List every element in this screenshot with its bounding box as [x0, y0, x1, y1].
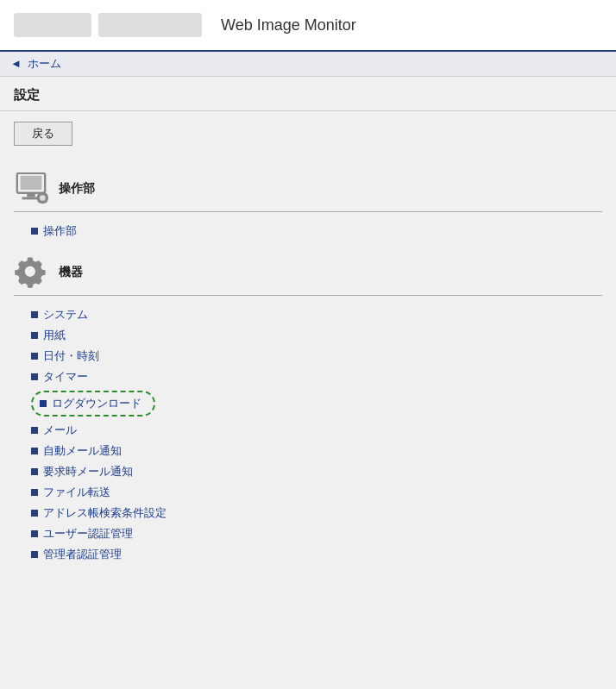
menu-item: ファイル転送: [31, 482, 602, 503]
list-item: メール: [31, 420, 602, 441]
menu-list-device: システム 用紙 日付・時刻 タイマー: [14, 304, 602, 565]
section-header-device: 機器: [14, 255, 602, 296]
menu-link[interactable]: タイマー: [43, 369, 88, 385]
page-title-area: 設定: [0, 77, 616, 111]
menu-bullet: [31, 448, 38, 454]
list-item: 自動メール通知: [31, 441, 602, 461]
menu-link[interactable]: 操作部: [43, 223, 77, 239]
section-device: 機器 システム 用紙 日付・時刻: [14, 255, 602, 565]
breadcrumb-arrow: ◄: [10, 57, 22, 70]
menu-bullet: [31, 468, 38, 475]
menu-item: 操作部: [31, 221, 602, 241]
menu-link[interactable]: ユーザー認証管理: [43, 526, 133, 542]
section-title-device: 機器: [59, 265, 83, 280]
menu-link[interactable]: ファイル転送: [43, 485, 110, 500]
menu-bullet: [40, 400, 47, 407]
section-title-panel: 操作部: [59, 181, 95, 197]
svg-rect-7: [41, 201, 43, 204]
menu-bullet: [31, 489, 38, 496]
menu-link[interactable]: 要求時メール通知: [43, 464, 133, 479]
list-item: 用紙: [31, 325, 602, 346]
list-item: ユーザー認証管理: [31, 523, 602, 544]
menu-item: ユーザー認証管理: [31, 523, 602, 544]
panel-icon: [14, 172, 48, 206]
back-button[interactable]: 戻る: [14, 122, 72, 146]
menu-item: アドレス帳検索条件設定: [31, 503, 602, 523]
device-icon: [14, 255, 48, 290]
menu-item: 要求時メール通知: [31, 461, 602, 482]
page-title: 設定: [14, 87, 602, 103]
menu-bullet: [31, 427, 38, 434]
menu-bullet: [31, 228, 38, 235]
menu-link[interactable]: 自動メール通知: [43, 443, 122, 459]
logo-block-2: [98, 13, 202, 37]
menu-bullet: [31, 353, 38, 360]
logo-area: [14, 13, 202, 37]
menu-bullet: [31, 373, 38, 380]
svg-rect-1: [21, 176, 42, 190]
menu-bullet: [31, 551, 38, 558]
menu-bullet: [31, 510, 38, 517]
menu-link[interactable]: アドレス帳検索条件設定: [43, 505, 167, 521]
menu-item: システム: [31, 304, 602, 325]
list-item: アドレス帳検索条件設定: [31, 503, 602, 523]
section-panel: 操作部 操作部: [14, 172, 602, 241]
list-item: 要求時メール通知: [31, 461, 602, 482]
monitor-svg: [14, 172, 48, 205]
menu-item: 用紙: [31, 325, 602, 346]
gear-svg: [15, 256, 47, 289]
list-item: 管理者認証管理: [31, 544, 602, 565]
menu-link[interactable]: システム: [43, 307, 88, 323]
app-title: Web Image Monitor: [221, 16, 356, 34]
menu-bullet: [31, 332, 38, 339]
breadcrumb: ◄ ホーム: [0, 52, 616, 77]
menu-link[interactable]: 用紙: [43, 328, 66, 343]
menu-bullet: [31, 530, 38, 537]
svg-rect-8: [37, 197, 40, 199]
list-item: タイマー: [31, 366, 602, 387]
menu-list-panel: 操作部: [14, 221, 602, 241]
list-item: ファイル転送: [31, 482, 602, 503]
list-item: システム: [31, 304, 602, 325]
svg-point-5: [40, 195, 46, 201]
menu-item: 日付・時刻: [31, 346, 602, 366]
svg-rect-6: [41, 192, 43, 195]
main-content: 戻る 操作部: [0, 111, 616, 689]
menu-item: 管理者認証管理: [31, 544, 602, 565]
menu-link[interactable]: 日付・時刻: [43, 348, 99, 364]
header: Web Image Monitor: [0, 0, 616, 52]
menu-link-highlighted[interactable]: ログダウンロード: [52, 396, 141, 411]
list-item: 操作部: [31, 221, 602, 241]
svg-rect-9: [46, 197, 48, 199]
logo-block-1: [14, 13, 91, 37]
svg-rect-2: [27, 193, 35, 197]
menu-item: 自動メール通知: [31, 441, 602, 461]
back-button-area: 戻る: [14, 122, 602, 156]
menu-item: タイマー: [31, 366, 602, 387]
highlighted-menu-item: ログダウンロード: [31, 391, 155, 417]
sections-container: 操作部 操作部 機器 システム 用: [14, 172, 602, 565]
section-header-panel: 操作部: [14, 172, 602, 212]
list-item: ログダウンロード: [31, 387, 602, 420]
menu-link[interactable]: 管理者認証管理: [43, 547, 122, 562]
menu-link[interactable]: メール: [43, 423, 77, 438]
list-item: 日付・時刻: [31, 346, 602, 366]
menu-bullet: [31, 311, 38, 318]
breadcrumb-home-link[interactable]: ホーム: [28, 57, 61, 70]
menu-item: メール: [31, 420, 602, 441]
